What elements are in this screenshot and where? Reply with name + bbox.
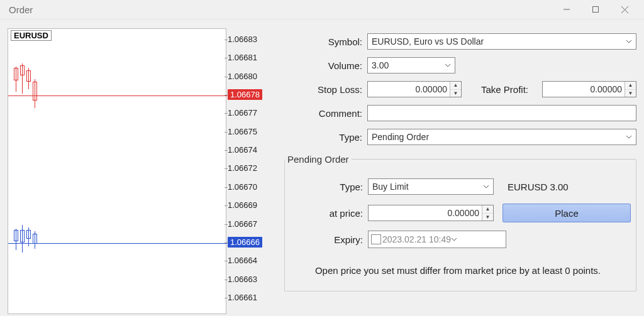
bid-price-label: 1.06666 — [228, 237, 262, 248]
minimize-button[interactable] — [552, 0, 581, 19]
atprice-value: 0.00000 — [369, 208, 482, 218]
ask-price-line — [8, 95, 227, 96]
price-tick: 1.06680 — [228, 72, 257, 81]
volume-value: 3.00 — [372, 60, 389, 70]
chevron-down-icon — [626, 40, 632, 43]
candle — [33, 82, 37, 101]
candle — [14, 68, 18, 80]
price-tick: 1.06667 — [228, 219, 257, 229]
ordertype-select[interactable]: Pending Order — [367, 129, 636, 145]
expiry-input[interactable]: 2023.02.21 10:49 — [368, 231, 506, 248]
ordertype-value: Pending Order — [372, 132, 429, 142]
takeprofit-input[interactable]: 0.00000 ▲▼ — [542, 81, 636, 97]
price-tick: 1.06675 — [228, 127, 257, 136]
ordertype-label: Type: — [284, 132, 367, 143]
maximize-button[interactable] — [581, 0, 610, 19]
chevron-down-icon — [451, 237, 457, 241]
svg-rect-1 — [593, 7, 599, 13]
candle — [20, 230, 25, 242]
symbol-value: EURUSD, Euro vs US Dollar — [372, 36, 484, 46]
place-button-label: Place — [555, 208, 579, 219]
price-note: Open price you set must differ from mark… — [285, 265, 631, 276]
order-form: Symbol: EURUSD, Euro vs US Dollar Volume… — [284, 28, 636, 314]
price-tick: 1.06677 — [228, 108, 257, 117]
pending-type-label: Type: — [285, 182, 368, 192]
comment-label: Comment: — [284, 108, 367, 119]
chevron-down-icon — [626, 135, 632, 139]
price-tick: 1.06674 — [228, 145, 257, 155]
takeprofit-label: Take Profit: — [481, 84, 533, 95]
chevron-down-icon — [445, 63, 451, 67]
price-tick: 1.06663 — [228, 275, 257, 284]
candle — [14, 230, 18, 241]
price-tick: 1.06661 — [228, 293, 257, 302]
chevron-down-icon — [483, 185, 489, 188]
symbol-select[interactable]: EURUSD, Euro vs US Dollar — [367, 33, 636, 50]
expiry-value: 2023.02.21 10:49 — [382, 234, 451, 244]
comment-input[interactable] — [367, 105, 636, 121]
volume-select[interactable]: 3.00 — [367, 57, 455, 74]
chart-instrument-label: EURUSD — [11, 30, 52, 41]
spinner[interactable]: ▲▼ — [625, 82, 636, 97]
pending-order-group: Pending Order Type: Buy Limit EURUSD 3.0… — [284, 154, 636, 291]
tick-chart: EURUSD — [8, 28, 272, 314]
stoploss-input[interactable]: 0.00000 ▲▼ — [367, 81, 462, 97]
window-title: Order — [9, 4, 33, 15]
atprice-input[interactable]: 0.00000 ▲▼ — [368, 205, 494, 221]
expiry-checkbox[interactable] — [371, 234, 381, 244]
price-tick: 1.06683 — [228, 35, 257, 44]
price-tick: 1.06664 — [228, 256, 257, 265]
pending-type-value: Buy Limit — [372, 182, 409, 192]
candle — [33, 234, 37, 244]
bid-price-line — [8, 243, 227, 244]
stoploss-label: Stop Loss: — [284, 84, 367, 95]
spinner[interactable]: ▲▼ — [482, 205, 493, 221]
candle — [26, 70, 31, 82]
price-scale: 1.066831.066811.066801.066781.066771.066… — [228, 28, 272, 314]
order-window: Order EURUSD — [0, 0, 644, 316]
takeprofit-value: 0.00000 — [543, 84, 625, 94]
candle — [20, 65, 25, 75]
candle — [26, 230, 31, 239]
close-button[interactable] — [610, 0, 639, 19]
atprice-label: at price: — [285, 208, 368, 219]
pending-legend: Pending Order — [285, 154, 352, 165]
price-tick: 1.06672 — [228, 163, 257, 173]
price-tick: 1.06670 — [228, 182, 257, 192]
volume-label: Volume: — [284, 60, 367, 71]
symbol-label: Symbol: — [284, 36, 367, 47]
pending-summary: EURUSD 3.00 — [502, 182, 569, 192]
ask-price-label: 1.06678 — [228, 89, 262, 100]
expiry-label: Expiry: — [285, 234, 368, 245]
pending-type-select[interactable]: Buy Limit — [368, 178, 494, 195]
stoploss-value: 0.00000 — [368, 84, 450, 94]
titlebar: Order — [0, 0, 644, 19]
spinner[interactable]: ▲▼ — [450, 82, 461, 97]
place-button[interactable]: Place — [502, 204, 631, 222]
price-tick: 1.06681 — [228, 53, 257, 62]
price-tick: 1.06669 — [228, 200, 257, 210]
